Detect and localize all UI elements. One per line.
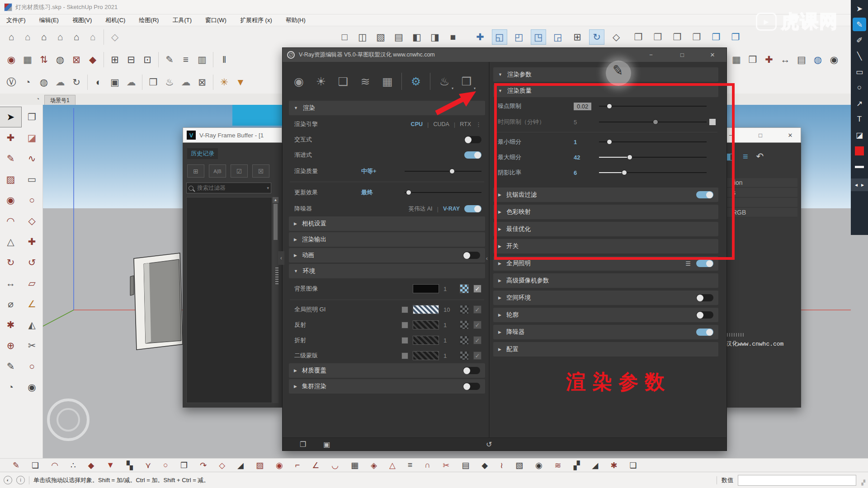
matte-texture-slot[interactable] (460, 351, 469, 360)
ext-tool-icon[interactable]: ▼ (106, 460, 114, 470)
annotate-rect-icon[interactable]: ▭ (853, 65, 866, 79)
house-tool-icon-6[interactable]: ⌂ (85, 29, 100, 45)
history-search-box[interactable]: ▾ (186, 183, 271, 193)
close-icon[interactable]: ✕ (783, 132, 797, 139)
component-pair-icon-2[interactable]: ❐ (650, 29, 665, 45)
pencil-tool-icon[interactable]: ✎ (0, 149, 21, 169)
ext-tool-icon[interactable]: ⌐ (295, 460, 300, 470)
component-pair-icon-6[interactable]: ❐ (728, 29, 743, 45)
settings-icon[interactable]: ⚙ (408, 72, 424, 90)
ext-tool-icon[interactable]: ◉ (535, 460, 542, 470)
menu-file[interactable]: 文件(F) (6, 16, 26, 24)
open-folder-icon[interactable]: ❐ (300, 440, 306, 449)
panel-collapse-chevron[interactable]: ‹ (278, 251, 284, 265)
matte-multiplier[interactable]: 1 (443, 352, 455, 359)
axes-tool-icon[interactable]: ✚ (472, 29, 488, 45)
close-icon[interactable]: ✕ (706, 52, 719, 58)
color-swatch-red[interactable] (853, 144, 866, 158)
table-grid-icon-1[interactable]: ⊞ (107, 52, 123, 67)
polygon-tool-icon[interactable]: △ (0, 232, 21, 252)
component-pair-icon-1[interactable]: ❐ (631, 29, 646, 45)
section-contour[interactable]: ▶轮廓 (493, 308, 718, 322)
ext-tool-icon[interactable]: ❏ (32, 460, 39, 470)
matte-enable-checkbox[interactable] (401, 352, 408, 359)
annotate-marker-icon[interactable]: ✐ (853, 33, 866, 47)
denoiser-nvidia-option[interactable]: 英伟达 AI (409, 205, 433, 213)
denoiser-toggle[interactable] (464, 205, 481, 212)
nav-forward-icon[interactable]: ▸ (861, 182, 864, 188)
ext-tool-icon[interactable]: ▦ (351, 460, 359, 470)
section-material-override[interactable]: ▶ 材质覆盖 (289, 363, 485, 378)
history-list[interactable] (186, 197, 272, 403)
component-pair-icon-4[interactable]: ❐ (689, 29, 704, 45)
refraction-texture-slot[interactable] (460, 336, 469, 345)
cloud-render-icon[interactable]: ☁ (123, 75, 139, 90)
background-color-swatch[interactable] (413, 284, 439, 293)
measurement-input[interactable] (738, 475, 856, 486)
eraser-tool-icon[interactable]: ◪ (21, 128, 42, 148)
dimension-tool-icon[interactable]: ◭ (21, 315, 42, 335)
import-arrows-icon[interactable]: ⇅ (36, 52, 52, 67)
axes-tool-icon-2[interactable]: ✱ (0, 315, 21, 335)
maximize-icon[interactable]: □ (675, 52, 689, 58)
section-volumetric-environment-toggle[interactable] (696, 294, 713, 301)
ext-tool-icon[interactable]: ✱ (610, 460, 617, 470)
undo-icon[interactable]: ↶ (756, 151, 764, 162)
camera-icon[interactable]: ◉ (826, 52, 842, 67)
ext-tool-icon[interactable]: ◠ (51, 460, 58, 470)
refresh-icon[interactable]: ◔ (36, 96, 39, 102)
view-top-icon[interactable]: ◰ (511, 29, 527, 45)
stairs-icon[interactable]: ≡ (178, 52, 193, 67)
refraction-texture-swatch[interactable] (413, 336, 439, 345)
red-diamond-icon[interactable]: ◆ (85, 52, 100, 67)
rotate-tool-icon[interactable]: ↻ (0, 253, 21, 272)
matte-texture-swatch[interactable] (413, 351, 439, 360)
ext-tool-icon[interactable]: ◉ (276, 460, 283, 470)
reflection-checkbox[interactable]: ✓ (473, 321, 481, 329)
info-icon[interactable]: i (16, 476, 25, 484)
ext-tool-icon[interactable]: ◢ (237, 460, 244, 470)
gi-checkbox[interactable]: ✓ (473, 305, 481, 314)
thickness-bar[interactable] (853, 160, 866, 174)
style-textured-icon[interactable]: ◨ (427, 29, 443, 45)
move-copy-tool-icon[interactable]: ✚ (21, 232, 42, 252)
gi-texture-swatch[interactable] (413, 305, 439, 314)
view-iso-icon[interactable]: ◱ (492, 29, 507, 45)
annotate-line-icon[interactable]: ╲ (853, 49, 866, 63)
layers-icon[interactable]: ≋ (357, 72, 373, 90)
style-xray-icon[interactable]: □ (337, 29, 352, 45)
style-monochrome-icon[interactable]: ■ (445, 29, 461, 45)
text-tool-icon[interactable]: ✎ (0, 357, 21, 376)
ext-tool-icon[interactable]: ❐ (180, 460, 188, 470)
ext-tool-icon[interactable]: ✂ (443, 460, 449, 470)
menu-help[interactable]: 帮助(H) (286, 16, 306, 24)
section-swarm[interactable]: ▶ 集群渲染 (289, 379, 485, 394)
followme-tool-icon[interactable]: ✂ (21, 336, 42, 356)
render-icon[interactable]: ◐ (91, 75, 106, 90)
annotate-arrow-icon[interactable]: ↗ (853, 97, 866, 110)
refraction-enable-checkbox[interactable] (401, 337, 408, 344)
grid-display-icon[interactable]: ▦ (729, 52, 744, 67)
move-tool-icon[interactable]: ✚ (0, 128, 21, 148)
style-wireframe-icon[interactable]: ▧ (373, 29, 388, 45)
reflection-texture-slot[interactable] (460, 320, 469, 329)
list-panel-icon[interactable]: ▤ (794, 52, 809, 67)
ext-tool-icon[interactable]: ≀ (500, 460, 503, 470)
resize-tool-icon[interactable]: ↔ (778, 52, 793, 67)
teapot-icon[interactable]: ♨ (162, 75, 177, 90)
tab-history[interactable]: 历史记录 (187, 148, 218, 159)
history-scrollbar[interactable]: ▲ (273, 197, 278, 403)
ext-tool-icon[interactable]: ▤ (462, 460, 469, 470)
scroll-up-icon[interactable]: ▲ (273, 197, 278, 203)
background-checkbox[interactable]: ✓ (473, 285, 481, 293)
menu-camera[interactable]: 相机(C) (105, 16, 125, 24)
engine-cuda-option[interactable]: CUDA (433, 121, 449, 127)
section-volumetric-environment[interactable]: ▶空间环境 (493, 291, 718, 305)
ext-tool-icon[interactable]: ◆ (88, 460, 94, 470)
right-window-row[interactable]: tion (724, 178, 797, 188)
section-global-illumination-toggle[interactable] (696, 260, 713, 267)
filter-sliders-icon[interactable]: ☰ (685, 260, 691, 267)
pushpull-tool-icon[interactable]: ⊕ (0, 336, 21, 356)
ext-tool-icon[interactable]: △ (389, 460, 396, 470)
globe-icon[interactable]: ◍ (810, 52, 826, 67)
